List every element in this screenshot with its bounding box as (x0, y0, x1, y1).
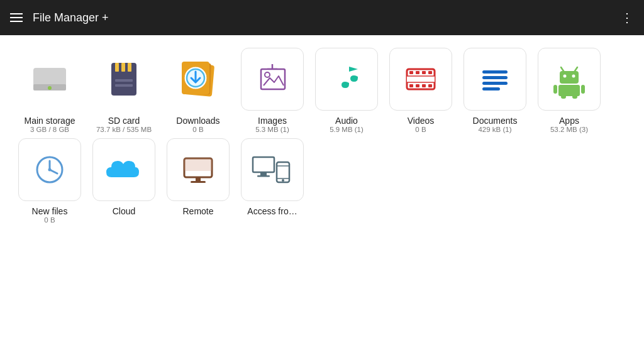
svg-rect-54 (257, 175, 270, 177)
documents-sublabel: 429 kB (1) (478, 126, 511, 133)
videos-label: Videos (408, 116, 435, 126)
audio-sublabel: 5.9 MB (1) (330, 126, 364, 133)
svg-rect-4 (115, 63, 119, 72)
grid-item-main-storage[interactable]: Main storage 3 GB / 8 GB (15, 48, 84, 133)
app-bar: File Manager + ⋮ (0, 0, 644, 35)
grid-item-downloads[interactable]: Downloads 0 B (164, 48, 233, 133)
documents-icon-box (464, 48, 526, 111)
sd-card-icon-box (92, 48, 155, 111)
access-from-icon (250, 151, 294, 189)
svg-rect-27 (428, 84, 432, 87)
grid-item-images[interactable]: Images 5.3 MB (1) (238, 48, 307, 133)
svg-rect-52 (253, 157, 274, 172)
apps-label: Apps (559, 116, 579, 126)
svg-rect-41 (581, 85, 585, 94)
svg-point-38 (572, 75, 575, 78)
svg-rect-24 (409, 84, 413, 87)
videos-icon (402, 60, 440, 98)
svg-rect-6 (128, 63, 131, 72)
new-files-sublabel: 0 B (44, 216, 55, 224)
grid-row-2: New files 0 B Cloud (15, 138, 629, 224)
svg-line-35 (561, 67, 564, 71)
app-title: File Manager + (33, 11, 109, 25)
new-files-icon (31, 151, 69, 189)
grid-item-access-from[interactable]: Access fro… (238, 138, 307, 224)
new-files-label: New files (32, 206, 68, 216)
remote-label: Remote (182, 206, 213, 216)
sd-card-label: SD card (108, 116, 140, 126)
downloads-icon (173, 54, 223, 104)
svg-rect-33 (482, 82, 508, 85)
new-files-icon-box (18, 138, 81, 201)
svg-rect-32 (482, 76, 508, 79)
svg-rect-40 (553, 85, 557, 94)
svg-point-47 (48, 168, 52, 172)
images-icon-box (241, 48, 304, 111)
remote-icon (179, 151, 217, 189)
svg-rect-43 (572, 95, 577, 99)
main-storage-icon-box (18, 48, 81, 111)
svg-rect-51 (191, 181, 206, 183)
svg-point-2 (48, 86, 52, 90)
cloud-icon-box (92, 138, 155, 201)
svg-rect-25 (416, 84, 419, 87)
videos-icon-box (389, 48, 452, 111)
svg-rect-34 (482, 87, 500, 90)
sd-card-icon (101, 57, 147, 102)
svg-rect-5 (121, 63, 125, 72)
remote-icon-box (167, 138, 230, 201)
svg-rect-26 (422, 84, 426, 87)
grid-item-apps[interactable]: Apps 53.2 MB (3) (535, 48, 604, 133)
svg-rect-23 (428, 71, 432, 74)
svg-rect-53 (260, 172, 267, 175)
audio-icon-box (315, 48, 378, 111)
svg-rect-17 (261, 69, 285, 89)
cloud-label: Cloud (113, 206, 136, 216)
main-storage-sublabel: 3 GB / 8 GB (30, 126, 69, 133)
cloud-icon (103, 151, 145, 189)
access-from-label: Access fro… (247, 206, 297, 216)
grid-item-videos[interactable]: Videos 0 B (386, 48, 455, 133)
svg-point-37 (564, 75, 567, 78)
images-label: Images (258, 116, 287, 126)
svg-rect-39 (558, 85, 580, 96)
grid-item-documents[interactable]: Documents 429 kB (1) (460, 48, 530, 133)
svg-rect-28 (407, 76, 435, 82)
audio-label: Audio (335, 116, 358, 126)
grid-row-1: Main storage 3 GB / 8 GB SD card 73.7 kB… (15, 48, 629, 133)
svg-rect-50 (196, 177, 201, 181)
svg-line-36 (575, 67, 577, 71)
downloads-label: Downloads (176, 116, 219, 126)
main-content: Main storage 3 GB / 8 GB SD card 73.7 kB… (0, 35, 644, 362)
main-storage-label: Main storage (25, 116, 75, 126)
svg-rect-31 (482, 70, 508, 74)
grid-item-audio[interactable]: Audio 5.9 MB (1) (312, 48, 381, 133)
downloads-sublabel: 0 B (192, 126, 203, 133)
documents-label: Documents (473, 116, 518, 126)
svg-rect-42 (561, 95, 566, 99)
documents-icon (476, 60, 514, 98)
more-options-icon[interactable]: ⋮ (621, 10, 634, 25)
main-storage-icon (27, 57, 72, 102)
grid-item-cloud[interactable]: Cloud (89, 138, 158, 224)
apps-icon-box (538, 48, 601, 111)
grid-item-new-files[interactable]: New files 0 B (15, 138, 84, 224)
svg-rect-20 (409, 71, 413, 74)
app-bar-left: File Manager + (10, 11, 109, 25)
svg-rect-49 (184, 158, 212, 171)
images-sublabel: 5.3 MB (1) (255, 126, 289, 133)
sd-card-sublabel: 73.7 kB / 535 MB (96, 126, 152, 133)
grid-item-remote[interactable]: Remote (164, 138, 233, 224)
svg-rect-8 (115, 84, 133, 87)
svg-rect-22 (422, 71, 426, 74)
svg-rect-21 (416, 71, 419, 74)
apps-sublabel: 53.2 MB (3) (550, 126, 588, 133)
apps-icon (550, 60, 589, 99)
grid-item-sd-card[interactable]: SD card 73.7 kB / 535 MB (89, 48, 158, 133)
images-icon (253, 60, 291, 98)
svg-rect-7 (115, 79, 133, 82)
access-from-icon-box (241, 138, 304, 201)
svg-point-58 (282, 179, 284, 182)
hamburger-menu[interactable] (10, 13, 23, 22)
downloads-icon-box (167, 48, 230, 111)
